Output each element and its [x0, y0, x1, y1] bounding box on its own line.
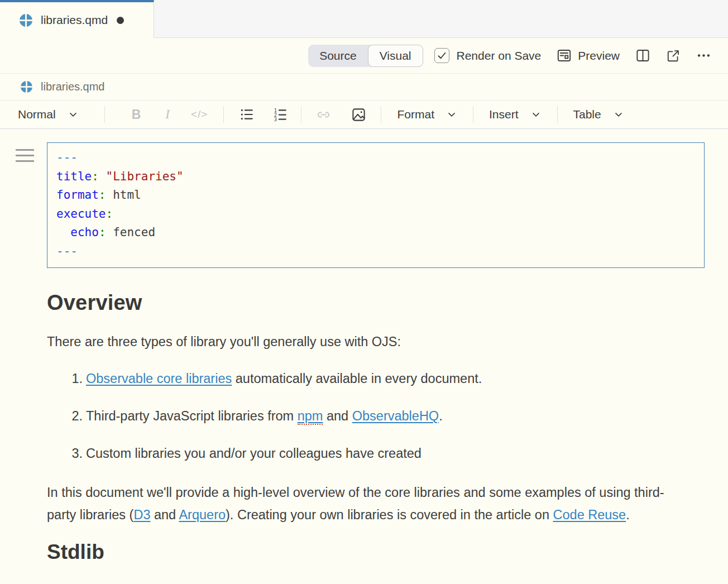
tab-strip-empty — [154, 0, 728, 38]
format-dropdown-label: Format — [397, 108, 434, 121]
ordered-list: 1. Observable core libraries automatical… — [47, 367, 689, 465]
link-observable-core-libraries[interactable]: Observable core libraries — [86, 371, 232, 386]
list-item-text: Observable core libraries automatically … — [86, 367, 482, 390]
format-toolbar: Normal B I </> 1 2 3 — [0, 100, 728, 129]
open-external-button[interactable] — [666, 49, 681, 63]
breadcrumb-filename[interactable]: libraries.qmd — [41, 80, 104, 93]
outline-handle-icon[interactable] — [16, 149, 34, 166]
document-body: Overview There are three types of librar… — [47, 291, 689, 563]
paragraph-style-label: Normal — [18, 108, 56, 121]
insert-dropdown-label: Insert — [489, 108, 519, 121]
toolbar-divider — [301, 106, 301, 123]
bulleted-list-icon — [240, 107, 254, 122]
format-dropdown[interactable]: Format — [391, 104, 463, 125]
list-item-number: 3. — [58, 442, 83, 465]
link-observablehq[interactable]: ObservableHQ — [352, 409, 439, 423]
list-item: 2. Third-party JavaScript libraries from… — [47, 405, 689, 427]
chevron-down-icon — [613, 109, 624, 120]
chevron-down-icon — [530, 109, 542, 120]
table-dropdown-label: Table — [573, 108, 601, 121]
intro-paragraph: There are three types of library you'll … — [47, 331, 689, 353]
chevron-down-icon — [446, 109, 457, 120]
numbered-list-icon: 1 2 3 — [273, 107, 288, 122]
insert-dropdown[interactable]: Insert — [483, 104, 547, 125]
yaml-colon: : — [99, 226, 106, 239]
render-on-save-checkbox[interactable] — [434, 48, 449, 63]
closing-text: and — [150, 508, 179, 522]
link-code-reuse[interactable]: Code Reuse — [553, 508, 626, 522]
yaml-indent — [56, 226, 70, 239]
heading-overview: Overview — [47, 291, 689, 314]
editor-toolbar: Source Visual Render on Save Preview — [0, 38, 728, 74]
link-icon — [316, 107, 331, 122]
yaml-front-matter-block[interactable]: --- title: "Libraries" format: html exec… — [47, 142, 705, 268]
yaml-colon: : — [99, 188, 106, 202]
heading-stdlib: Stdlib — [47, 541, 689, 563]
yaml-fence: --- — [56, 151, 78, 164]
link-button[interactable] — [310, 104, 337, 125]
yaml-value: html — [106, 188, 141, 202]
yaml-fence: --- — [56, 245, 78, 258]
open-external-icon — [666, 49, 681, 63]
intro-text: There are three types of library you'll … — [47, 334, 401, 349]
yaml-code: --- title: "Libraries" format: html exec… — [56, 149, 695, 261]
link-arquero[interactable]: Arquero — [179, 508, 226, 522]
image-button[interactable] — [346, 104, 372, 125]
list-item-number: 2. — [58, 405, 83, 427]
numbered-list-button[interactable]: 1 2 3 — [267, 104, 293, 125]
yaml-key: execute — [56, 207, 106, 221]
preview-button[interactable]: Preview — [557, 48, 620, 63]
render-on-save-label: Render on Save — [457, 49, 542, 63]
toolbar-divider — [473, 106, 473, 123]
list-item: 3. Custom libraries you and/or your coll… — [47, 442, 689, 465]
yaml-key: echo — [70, 226, 99, 239]
list-item: 1. Observable core libraries automatical… — [47, 367, 689, 390]
yaml-key: format — [56, 188, 99, 202]
list-item-pre: Third-party JavaScript libraries from — [86, 409, 298, 423]
preview-pane-icon — [557, 48, 572, 63]
svg-text:3: 3 — [274, 117, 277, 122]
list-item-text: Third-party JavaScript libraries from np… — [86, 405, 443, 427]
toolbar-divider — [104, 106, 105, 123]
yaml-colon: : — [106, 207, 113, 221]
breadcrumb: libraries.qmd — [0, 74, 728, 100]
list-item-number: 1. — [58, 367, 83, 390]
chevron-down-icon — [68, 109, 79, 120]
visual-editor-canvas[interactable]: --- title: "Libraries" format: html exec… — [0, 129, 728, 563]
render-on-save-control: Render on Save — [434, 48, 542, 63]
toolbar-divider — [381, 106, 381, 123]
code-icon: </> — [191, 108, 208, 121]
paragraph-style-dropdown[interactable]: Normal — [12, 104, 84, 125]
closing-text: . — [626, 508, 630, 522]
split-editor-button[interactable] — [635, 48, 650, 63]
list-item-rest: automatically available in every documen… — [232, 371, 482, 386]
source-visual-toggle: Source Visual — [308, 45, 423, 67]
more-actions-button[interactable] — [696, 48, 711, 63]
italic-button[interactable]: I — [160, 104, 175, 125]
tab-title: libraries.qmd — [41, 13, 108, 27]
inline-code-button[interactable]: </> — [185, 104, 213, 125]
bold-button[interactable]: B — [126, 104, 147, 125]
italic-icon: I — [165, 107, 170, 122]
yaml-key: title — [56, 170, 92, 183]
tab-bar: libraries.qmd — [0, 0, 728, 38]
quarto-logo-icon — [19, 13, 33, 27]
source-mode-button[interactable]: Source — [308, 45, 368, 67]
bulleted-list-button[interactable] — [234, 104, 260, 125]
image-icon — [351, 107, 366, 122]
toolbar-divider — [557, 106, 558, 123]
link-d3[interactable]: D3 — [133, 508, 150, 522]
visual-mode-button[interactable]: Visual — [368, 45, 423, 67]
bold-icon: B — [132, 107, 141, 122]
yaml-value: fenced — [106, 226, 156, 239]
table-dropdown[interactable]: Table — [568, 104, 630, 125]
list-item-rest: . — [439, 409, 443, 423]
split-editor-icon — [635, 48, 650, 63]
tab-libraries-qmd[interactable]: libraries.qmd — [0, 0, 154, 38]
link-npm[interactable]: npm — [298, 409, 323, 425]
unsaved-dot-icon — [117, 17, 124, 24]
yaml-string-value: "Libraries" — [99, 170, 184, 183]
yaml-colon: : — [92, 170, 99, 183]
closing-text: ). Creating your own libraries is covere… — [226, 508, 553, 522]
list-item-mid: and — [323, 409, 352, 423]
